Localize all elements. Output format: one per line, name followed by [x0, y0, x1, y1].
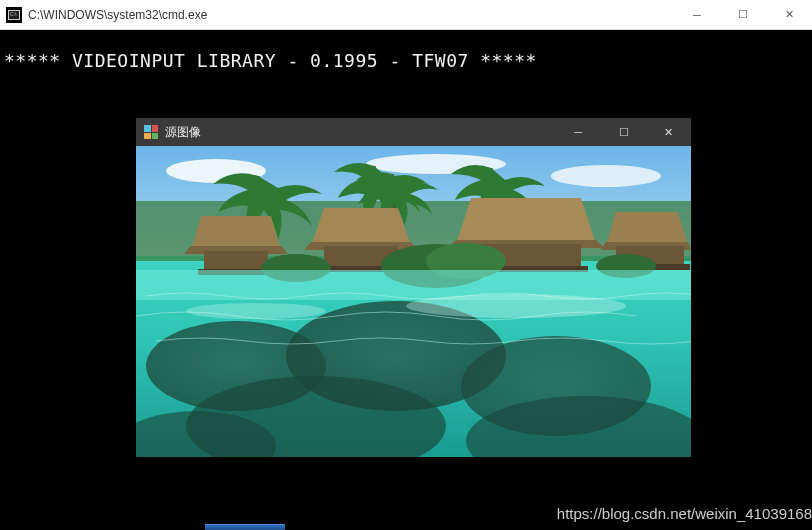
- svg-point-34: [186, 303, 326, 319]
- close-icon: ✕: [664, 126, 673, 139]
- minimize-icon: ─: [575, 126, 583, 138]
- svg-rect-8: [204, 251, 268, 271]
- maximize-button[interactable]: ☐: [720, 0, 766, 29]
- image-window[interactable]: 源图像 ─ ☐ ✕: [136, 118, 691, 457]
- close-icon: ✕: [785, 8, 794, 21]
- svg-marker-14: [456, 198, 596, 244]
- child-maximize-button[interactable]: ☐: [601, 118, 646, 146]
- image-window-titlebar[interactable]: 源图像 ─ ☐ ✕: [136, 118, 691, 146]
- image-content: [136, 146, 691, 457]
- close-button[interactable]: ✕: [766, 0, 812, 29]
- opencv-icon: [144, 125, 158, 139]
- image-window-controls: ─ ☐ ✕: [556, 118, 691, 146]
- maximize-icon: ☐: [738, 8, 748, 21]
- minimize-button[interactable]: ─: [674, 0, 720, 29]
- svg-point-33: [406, 294, 626, 318]
- taskbar-strip: [205, 524, 285, 530]
- svg-point-3: [551, 165, 661, 187]
- cmd-titlebar[interactable]: C:\WINDOWS\system32\cmd.exe ─ ☐ ✕: [0, 0, 812, 30]
- svg-marker-18: [606, 212, 688, 246]
- cmd-window-controls: ─ ☐ ✕: [674, 0, 812, 29]
- cmd-title-text: C:\WINDOWS\system32\cmd.exe: [28, 8, 207, 22]
- watermark-text: https://blog.csdn.net/weixin_41039168: [557, 505, 812, 522]
- svg-marker-6: [191, 216, 281, 251]
- tropical-beach-image: [136, 146, 691, 457]
- cmd-exe-icon: [6, 7, 22, 23]
- cmd-title-left: C:\WINDOWS\system32\cmd.exe: [0, 7, 207, 23]
- child-minimize-button[interactable]: ─: [556, 118, 601, 146]
- child-close-button[interactable]: ✕: [646, 118, 691, 146]
- image-window-title: 源图像: [165, 124, 201, 141]
- maximize-icon: ☐: [619, 126, 629, 139]
- image-window-title-left: 源图像: [136, 124, 201, 141]
- minimize-icon: ─: [693, 9, 701, 21]
- cmd-output-area: ***** VIDEOINPUT LIBRARY - 0.1995 - TFW0…: [0, 30, 812, 91]
- cmd-output-line: ***** VIDEOINPUT LIBRARY - 0.1995 - TFW0…: [4, 50, 537, 71]
- cmd-window: C:\WINDOWS\system32\cmd.exe ─ ☐ ✕ ***** …: [0, 0, 812, 530]
- svg-marker-10: [311, 208, 411, 246]
